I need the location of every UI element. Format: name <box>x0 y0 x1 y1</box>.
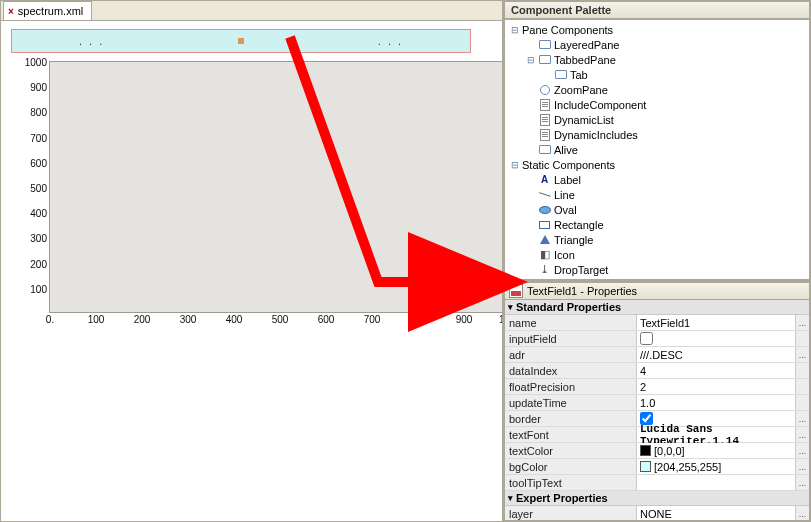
rect-icon <box>538 53 551 66</box>
y-axis-tick: 1000 <box>12 57 50 68</box>
tree-node[interactable]: LayeredPane <box>507 37 807 52</box>
properties-table[interactable]: ▾Standard PropertiesnameTextField1...inp… <box>504 300 810 521</box>
tree-node-label: Triangle <box>554 234 593 246</box>
prop-value[interactable]: TextField1 <box>637 315 795 330</box>
tree-node[interactable]: Alive <box>507 142 807 157</box>
prop-value[interactable]: Lucida Sans Typewriter,1,14 <box>637 427 795 442</box>
file-tab[interactable]: × spectrum.xml <box>3 1 92 20</box>
component-tree[interactable]: ⊟Pane ComponentsLayeredPane⊟TabbedPaneTa… <box>504 19 810 280</box>
editor-canvas[interactable]: . . . . . . 1002003004005006007008009001… <box>1 21 502 321</box>
expand-toggle[interactable]: ⊟ <box>510 25 519 35</box>
prop-value-text: 1.0 <box>640 397 655 409</box>
prop-edit-button[interactable]: ... <box>795 347 809 362</box>
tree-node[interactable]: Tab <box>507 67 807 82</box>
prop-value[interactable]: [204,255,255] <box>637 459 795 474</box>
chart-area[interactable]: 10020030040050060070080090010000.1002003… <box>49 61 504 313</box>
resize-handle[interactable] <box>238 38 244 44</box>
y-axis-tick: 600 <box>12 157 50 168</box>
y-axis-tick: 700 <box>12 132 50 143</box>
y-axis-tick: 200 <box>12 258 50 269</box>
tree-node[interactable]: Rectangle <box>507 217 807 232</box>
tree-node-label: IncludeComponent <box>554 99 646 111</box>
prop-row: floatPrecision2 <box>505 379 809 395</box>
textfield-preview[interactable]: . . . . . . <box>11 29 471 53</box>
prop-value[interactable] <box>637 475 795 490</box>
oval-icon <box>538 203 551 216</box>
x-axis-tick: 700 <box>364 312 381 325</box>
y-axis-tick: 400 <box>12 208 50 219</box>
prop-value[interactable]: 1.0 <box>637 395 795 410</box>
y-axis-tick: 300 <box>12 233 50 244</box>
prop-value-text: ///.DESC <box>640 349 683 361</box>
tree-node[interactable]: DynamicIncludes <box>507 127 807 142</box>
doc-icon <box>538 113 551 126</box>
tree-node-label: Oval <box>554 204 577 216</box>
prop-name: name <box>505 315 637 330</box>
file-tab-label: spectrum.xml <box>18 5 83 17</box>
tree-node[interactable]: ⊟Pane Components <box>507 22 807 37</box>
prop-value-text: NONE <box>640 508 672 520</box>
tree-node-label: Label <box>554 174 581 186</box>
line-icon <box>538 188 551 201</box>
prop-value[interactable] <box>637 331 795 346</box>
prop-edit-button[interactable]: ... <box>795 443 809 458</box>
x-axis-tick: 600 <box>318 312 335 325</box>
prop-edit-button[interactable]: ... <box>795 315 809 330</box>
chevron-down-icon: ▾ <box>508 302 513 312</box>
chevron-down-icon: ▾ <box>508 493 513 503</box>
tree-node[interactable]: Line <box>507 187 807 202</box>
prop-row: updateTime1.0 <box>505 395 809 411</box>
prop-section-header[interactable]: ▾Expert Properties <box>505 491 809 506</box>
tree-node[interactable]: ALabel <box>507 172 807 187</box>
x-axis-tick: 0. <box>46 312 54 325</box>
prop-row: inputField <box>505 331 809 347</box>
prop-section-header[interactable]: ▾Standard Properties <box>505 300 809 315</box>
tree-node-label: Line <box>554 189 575 201</box>
prop-value[interactable]: 2 <box>637 379 795 394</box>
tree-node-label: TabbedPane <box>554 54 616 66</box>
x-axis-tick: 500 <box>272 312 289 325</box>
tree-node[interactable]: DynamicList <box>507 112 807 127</box>
tree-node[interactable]: ⊟Static Components <box>507 157 807 172</box>
expand-toggle[interactable]: ⊟ <box>526 55 535 65</box>
tree-node-label: Static Components <box>522 159 615 171</box>
tree-node[interactable]: ◧Icon <box>507 247 807 262</box>
preview-dots: . . . <box>79 35 104 47</box>
icon-icon: ◧ <box>538 248 551 261</box>
prop-value[interactable]: ///.DESC <box>637 347 795 362</box>
tree-node[interactable]: ZoomPane <box>507 82 807 97</box>
prop-edit-button[interactable]: ... <box>795 459 809 474</box>
tree-node[interactable]: Triangle <box>507 232 807 247</box>
prop-row: toolTipText... <box>505 475 809 491</box>
tree-node[interactable]: IncludeComponent <box>507 97 807 112</box>
properties-header: TextField1 - Properties <box>504 282 810 300</box>
x-axis-tick: 100 <box>88 312 105 325</box>
doc-icon <box>538 128 551 141</box>
prop-edit-button[interactable]: ... <box>795 506 809 521</box>
prop-edit-button[interactable]: ... <box>795 411 809 426</box>
tree-node-label: DynamicIncludes <box>554 129 638 141</box>
x-axis-tick: 1000 <box>499 312 504 325</box>
properties-title: TextField1 - Properties <box>527 285 637 297</box>
prop-value[interactable]: [0,0,0] <box>637 443 795 458</box>
tree-node-label: LayeredPane <box>554 39 619 51</box>
prop-edit-button[interactable]: ... <box>795 475 809 490</box>
tree-node[interactable]: ⊟TabbedPane <box>507 52 807 67</box>
tree-node[interactable]: ⤓DropTarget <box>507 262 807 277</box>
prop-edit-button[interactable]: ... <box>795 427 809 442</box>
close-icon[interactable]: × <box>8 6 14 17</box>
prop-row: dataIndex4 <box>505 363 809 379</box>
prop-name: floatPrecision <box>505 379 637 394</box>
tree-node-label: ZoomPane <box>554 84 608 96</box>
prop-row: adr///.DESC... <box>505 347 809 363</box>
prop-edit-button <box>795 395 809 410</box>
expand-toggle[interactable]: ⊟ <box>510 160 519 170</box>
tree-node[interactable]: Oval <box>507 202 807 217</box>
prop-name: toolTipText <box>505 475 637 490</box>
rect2-icon <box>538 218 551 231</box>
prop-value[interactable]: NONE <box>637 506 795 521</box>
color-swatch <box>640 445 651 456</box>
prop-name: adr <box>505 347 637 362</box>
prop-value[interactable]: 4 <box>637 363 795 378</box>
prop-checkbox[interactable] <box>640 332 653 345</box>
